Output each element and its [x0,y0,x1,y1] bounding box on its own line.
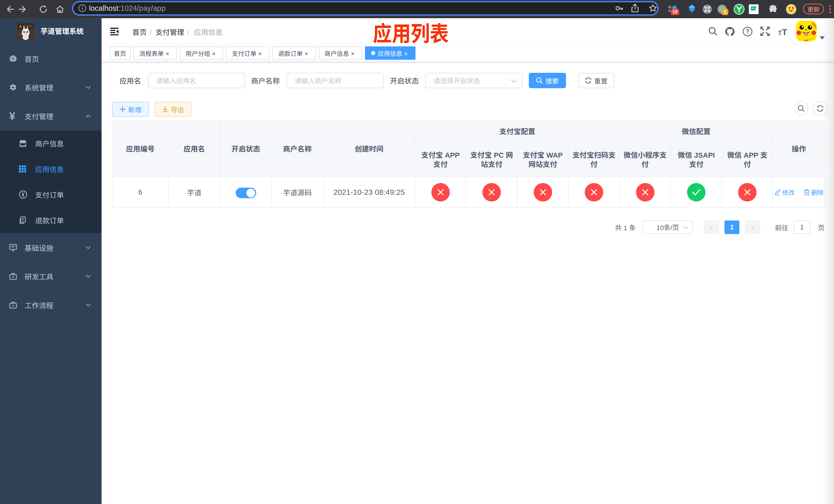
svg-text:?: ? [746,28,749,35]
